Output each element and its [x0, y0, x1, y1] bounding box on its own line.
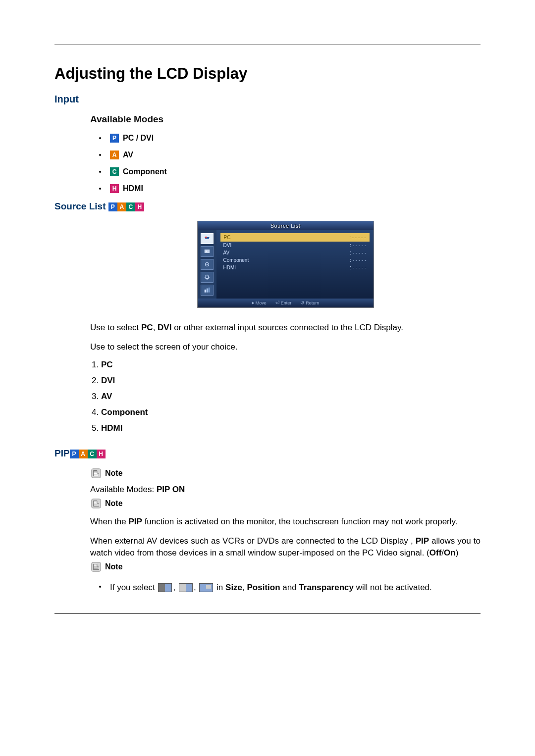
osd-enter-label: Enter [281, 301, 292, 305]
pip-bullet: If you select , , in Size, Position and … [90, 581, 481, 594]
badge-h-icon: H [135, 202, 144, 211]
badge-c-icon: C [110, 167, 119, 176]
text: and [280, 583, 299, 592]
text-bold: PIP ON [157, 485, 185, 494]
bullet-icon [99, 154, 101, 156]
osd-footer: ♦Move ⏎Enter ↺Return [198, 299, 374, 307]
text-bold: Transparency [299, 583, 354, 592]
note-label: Note [105, 562, 123, 571]
text-bold: HDMI [101, 423, 122, 433]
text: When external AV devices such as VCRs or… [90, 536, 416, 546]
bullet-icon [99, 137, 101, 139]
osd-item-value: - - - - - [353, 265, 367, 270]
osd-enter: ⏎Enter [275, 300, 292, 305]
badge-p-icon: P [108, 202, 117, 211]
bullet-icon [99, 171, 101, 173]
osd-sound-icon [201, 259, 214, 270]
svg-rect-7 [206, 289, 208, 293]
svg-rect-6 [204, 290, 206, 293]
text-bold: PIP [416, 536, 429, 546]
osd-move-label: Move [256, 301, 267, 305]
text: , [242, 583, 247, 592]
pip-note-2: When external AV devices such as VCRs or… [90, 535, 481, 559]
list-item: DVI [101, 376, 481, 386]
osd-return-label: Return [306, 301, 319, 305]
badge-p-icon: P [110, 134, 119, 143]
text: function is activated on the monitor, th… [142, 517, 458, 526]
osd-item-value: - - - - - [353, 250, 367, 255]
mode-label: Component [123, 167, 167, 176]
osd-sidebar [198, 230, 216, 299]
list-item: AV [101, 392, 481, 402]
text: Use to select [90, 323, 141, 332]
osd-item-label: HDMI [223, 265, 236, 270]
note-icon [90, 468, 102, 479]
text: Available Modes: [90, 485, 157, 494]
osd-item: PC : - - - - - [220, 233, 370, 242]
top-rule [54, 45, 481, 45]
badge-p-icon: P [70, 450, 79, 458]
text: , [173, 583, 177, 592]
text: If you select [110, 583, 157, 592]
osd-move: ♦Move [252, 300, 267, 305]
badge-h-icon: H [110, 184, 119, 193]
badge-c-icon: C [88, 450, 97, 458]
text: ) [456, 548, 459, 557]
osd-title: Source List [198, 221, 374, 230]
mode-row-component: C Component [90, 167, 481, 176]
osd-setup-icon [201, 272, 214, 283]
mode-row-pc-dvi: P PC / DVI [90, 134, 481, 143]
osd-item: AV : - - - - - [220, 249, 370, 256]
text-bold: PIP [129, 517, 142, 526]
text: or other external input sources connecte… [171, 323, 403, 332]
osd-item-label: DVI [223, 243, 232, 248]
badge-a-icon: A [79, 450, 88, 458]
text-bold: AV [101, 392, 112, 401]
svg-rect-8 [208, 288, 209, 293]
pip-size-icon [179, 583, 193, 592]
source-desc-1: Use to select PC, DVI or other external … [90, 322, 481, 334]
text-bold: Off [429, 548, 442, 557]
return-icon: ↺ [300, 300, 304, 305]
svg-point-5 [206, 276, 209, 279]
svg-point-2 [206, 251, 207, 252]
osd-multi-icon [201, 285, 214, 296]
svg-rect-1 [204, 250, 210, 253]
text: in [216, 583, 225, 592]
badge-h-icon: H [97, 450, 106, 458]
page-title: Adjusting the LCD Display [54, 65, 481, 83]
bullet-icon [99, 188, 101, 190]
note-label: Note [105, 469, 123, 478]
pip-bullet-text: If you select , , in Size, Position and … [110, 581, 481, 594]
note-row: Note [90, 468, 481, 479]
osd-picture-icon [201, 246, 214, 257]
text: , [153, 323, 158, 332]
available-modes-section: Available Modes P PC / DVI A AV C Compon… [54, 114, 481, 193]
note-icon [90, 561, 102, 572]
pip-label: PIP [54, 448, 70, 458]
source-desc-2: Use to select the screen of your choice. [90, 341, 481, 353]
osd-item-value: - - - - - [352, 235, 366, 240]
available-modes-heading: Available Modes [90, 114, 481, 125]
badge-a-icon: A [117, 202, 126, 211]
bottom-rule [54, 613, 481, 614]
pip-section: Note Available Modes: PIP ON Note When t… [54, 468, 481, 594]
badge-c-icon: C [126, 202, 135, 211]
osd-item: Component : - - - - - [220, 256, 370, 264]
osd-item-label: Component [223, 257, 249, 263]
source-list-section: Source List [54, 221, 481, 433]
source-list-heading: Source List PACH [54, 201, 481, 212]
pip-available-modes: Available Modes: PIP ON [90, 484, 481, 496]
pip-badges: PACH [70, 448, 106, 458]
badge-a-icon: A [110, 151, 119, 159]
svg-rect-0 [205, 237, 207, 238]
text-bold: DVI [101, 376, 115, 385]
pip-note-1: When the PIP function is activated on th… [90, 516, 481, 528]
text: When the [90, 517, 129, 526]
text-bold: Component [101, 407, 148, 417]
osd-item: DVI : - - - - - [220, 242, 370, 249]
note-label: Note [105, 499, 123, 508]
mode-label: PC / DVI [123, 134, 154, 143]
pip-size-icon [199, 583, 213, 592]
text-bold: PC [141, 323, 153, 332]
